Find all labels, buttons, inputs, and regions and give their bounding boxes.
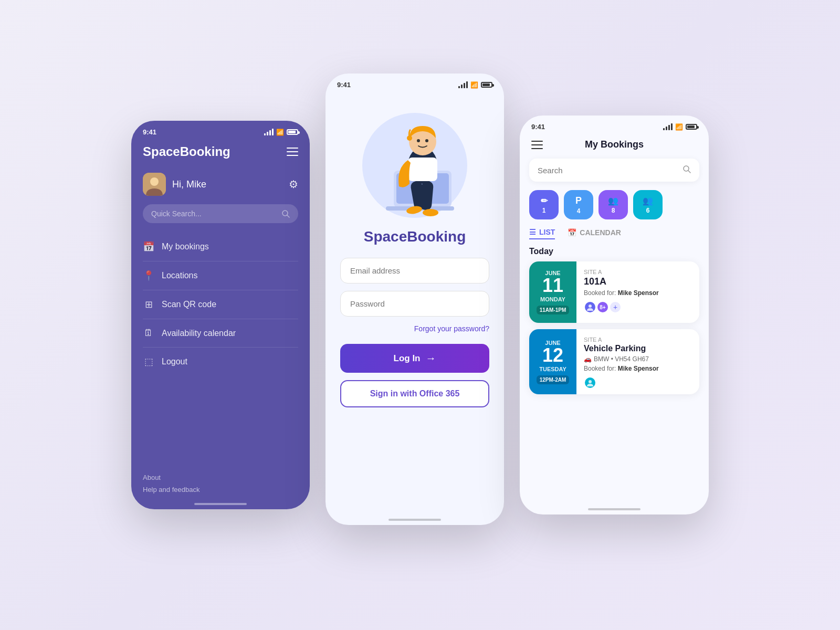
signal-bar-3	[269, 130, 271, 135]
signal-bars-3	[663, 123, 673, 130]
avatar	[143, 173, 166, 196]
signal-bar-10	[666, 127, 667, 130]
sidebar-header: SpaceBooking	[131, 139, 310, 167]
tab-list[interactable]: ☰ LIST	[529, 228, 555, 239]
booking-info-1: SITE A 101A Booked for: Mike Spensor 8+ …	[576, 261, 699, 323]
availability-label: Availability calendar	[162, 329, 236, 338]
sidebar-footer: About Help and feedback	[143, 474, 200, 494]
sidebar-item-logout[interactable]: ⬚ Logout	[143, 348, 298, 376]
hamburger-menu-icon[interactable]	[287, 148, 298, 156]
sidebar-item-locations[interactable]: 📍 Locations	[143, 261, 298, 290]
calendar-tab-icon: 📅	[568, 228, 576, 237]
password-field[interactable]	[340, 291, 489, 317]
greeting-text: Hi, Mike	[172, 179, 206, 190]
bookings-search-input[interactable]	[538, 166, 678, 175]
date-month-1: JUNE	[545, 270, 560, 276]
booking-site-2: SITE A	[584, 337, 692, 343]
calendar-tab-label: CALENDAR	[580, 228, 621, 237]
svg-point-16	[423, 209, 438, 216]
b-hamburger-line-3	[531, 148, 543, 149]
car-icon: 🚗	[584, 355, 592, 363]
date-month-2: JUNE	[545, 340, 560, 346]
booking-card-1: JUNE 11 MONDAY 11AM-1PM SITE A 101A Book…	[529, 261, 699, 323]
settings-icon[interactable]: ⚙	[289, 178, 298, 191]
signal-bar-2	[267, 132, 268, 135]
login-button[interactable]: Log In →	[340, 344, 489, 373]
logout-label: Logout	[162, 357, 187, 366]
avatar-more-count-1: 8+	[600, 304, 605, 310]
person-illustration	[362, 102, 467, 218]
app-title-1: SpaceBooking	[143, 144, 230, 159]
today-label: Today	[520, 247, 709, 261]
booking-cards-list: JUNE 11 MONDAY 11AM-1PM SITE A 101A Book…	[520, 261, 709, 394]
signal-bars-2	[458, 81, 468, 88]
sidebar-search-bar[interactable]	[143, 204, 298, 223]
phone-login: 9:41 📶	[326, 74, 504, 525]
mini-avatar-person-1	[584, 301, 596, 313]
booking-info-2: SITE A Vehicle Parking 🚗 BMW • VH54 GH67…	[576, 329, 699, 394]
filter-chip-2[interactable]: P 4	[564, 190, 593, 219]
wifi-icon-2: 📶	[470, 81, 478, 89]
filter-chip-3[interactable]: 👥 8	[598, 190, 628, 219]
filter-chips: ✏ 1 P 4 👥 8 👥 6	[520, 190, 709, 228]
svg-point-20	[589, 380, 592, 383]
add-person-button-1[interactable]: +	[609, 301, 622, 313]
hamburger-line-1	[287, 148, 298, 149]
about-link[interactable]: About	[143, 474, 200, 481]
forgot-password-section: Forgot your password?	[340, 324, 489, 333]
svg-point-19	[589, 304, 592, 308]
date-day-1: 11	[542, 276, 563, 295]
signal-bar-12	[671, 123, 673, 130]
tab-calendar[interactable]: 📅 CALENDAR	[568, 228, 621, 239]
chip-count-4: 6	[646, 207, 650, 214]
sidebar-search-input[interactable]	[151, 209, 277, 218]
signal-bar-9	[663, 128, 665, 130]
chip-icon-1: ✏	[541, 196, 548, 206]
home-indicator-1	[194, 503, 247, 505]
bookings-search-bar[interactable]	[529, 159, 699, 182]
filter-chip-4[interactable]: 👥 6	[633, 190, 663, 219]
booking-avatars-2	[584, 372, 692, 389]
booked-for-name-2: Mike Spensor	[618, 365, 659, 372]
svg-point-1	[150, 177, 159, 186]
sidebar-item-scan-qr[interactable]: ⊞ Scan QR code	[143, 290, 298, 319]
mini-avatar-person-2	[584, 376, 596, 389]
my-bookings-icon: 📅	[143, 241, 154, 253]
availability-icon: 🗓	[143, 328, 154, 339]
forgot-password-link[interactable]: Forgot your password?	[414, 324, 489, 333]
booking-card-2: JUNE 12 TUESDAY 12PM-2AM SITE A Vehicle …	[529, 329, 699, 394]
email-field[interactable]	[340, 258, 489, 284]
chip-count-1: 1	[542, 207, 546, 214]
signal-bars-1	[264, 129, 274, 135]
bookings-page-title: My Bookings	[585, 139, 644, 150]
bookings-hamburger-icon[interactable]	[531, 141, 543, 149]
battery-icon-1	[287, 129, 298, 135]
status-icons-2: 📶	[458, 81, 492, 89]
help-link[interactable]: Help and feedback	[143, 486, 200, 494]
home-indicator-2	[388, 519, 441, 521]
svg-point-12	[407, 135, 412, 141]
login-illustration	[326, 92, 504, 223]
sidebar-item-availability[interactable]: 🗓 Availability calendar	[143, 319, 298, 348]
date-weekday-1: MONDAY	[540, 296, 565, 302]
svg-rect-8	[408, 158, 437, 181]
signal-bar-11	[668, 125, 670, 130]
date-day-2: 12	[542, 346, 563, 365]
time-2: 9:41	[337, 81, 351, 89]
sidebar-item-my-bookings[interactable]: 📅 My bookings	[143, 233, 298, 261]
bookings-search-icon	[682, 165, 691, 175]
status-bar-3: 9:41 📶	[520, 116, 709, 134]
battery-icon-3	[686, 124, 697, 130]
my-bookings-label: My bookings	[162, 242, 209, 251]
signal-bar-8	[466, 81, 468, 88]
booking-site-1: SITE A	[584, 269, 692, 275]
filter-chip-1[interactable]: ✏ 1	[529, 190, 559, 219]
office365-button[interactable]: Sign in with Office 365	[340, 380, 489, 407]
vehicle-plate-2: BMW • VH54 GH67	[594, 355, 649, 363]
scan-qr-icon: ⊞	[143, 299, 154, 310]
mini-avatar-more-1: 8+	[596, 301, 609, 313]
bookings-header: My Bookings	[520, 134, 709, 159]
signal-bar-5	[458, 86, 460, 88]
user-info: Hi, Mike	[143, 173, 206, 196]
wifi-icon-3: 📶	[675, 123, 683, 131]
